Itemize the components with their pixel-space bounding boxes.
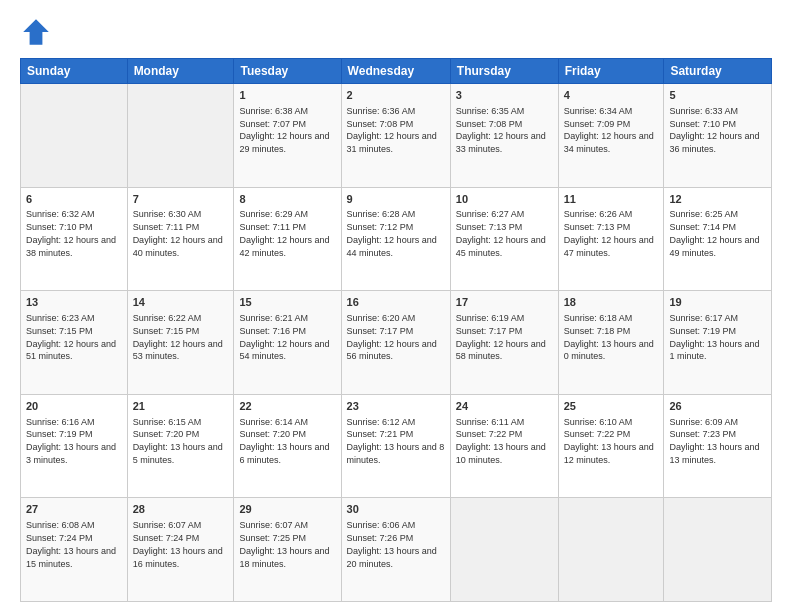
calendar-cell: 2Sunrise: 6:36 AM Sunset: 7:08 PM Daylig… [341, 84, 450, 188]
day-number: 1 [239, 88, 335, 103]
calendar-cell: 13Sunrise: 6:23 AM Sunset: 7:15 PM Dayli… [21, 291, 128, 395]
day-info: Sunrise: 6:18 AM Sunset: 7:18 PM Dayligh… [564, 313, 654, 361]
calendar-cell: 16Sunrise: 6:20 AM Sunset: 7:17 PM Dayli… [341, 291, 450, 395]
page: SundayMondayTuesdayWednesdayThursdayFrid… [0, 0, 792, 612]
day-number: 5 [669, 88, 766, 103]
calendar-cell [127, 84, 234, 188]
day-number: 6 [26, 192, 122, 207]
day-number: 12 [669, 192, 766, 207]
header [20, 16, 772, 48]
day-number: 18 [564, 295, 659, 310]
day-info: Sunrise: 6:32 AM Sunset: 7:10 PM Dayligh… [26, 209, 116, 257]
calendar-cell [450, 498, 558, 602]
day-info: Sunrise: 6:38 AM Sunset: 7:07 PM Dayligh… [239, 106, 329, 154]
calendar-cell: 27Sunrise: 6:08 AM Sunset: 7:24 PM Dayli… [21, 498, 128, 602]
weekday-header-monday: Monday [127, 59, 234, 84]
calendar-table: SundayMondayTuesdayWednesdayThursdayFrid… [20, 58, 772, 602]
weekday-header-friday: Friday [558, 59, 664, 84]
day-number: 14 [133, 295, 229, 310]
calendar-cell: 30Sunrise: 6:06 AM Sunset: 7:26 PM Dayli… [341, 498, 450, 602]
day-number: 8 [239, 192, 335, 207]
day-number: 10 [456, 192, 553, 207]
calendar-cell [21, 84, 128, 188]
weekday-header-tuesday: Tuesday [234, 59, 341, 84]
calendar-cell: 18Sunrise: 6:18 AM Sunset: 7:18 PM Dayli… [558, 291, 664, 395]
day-number: 28 [133, 502, 229, 517]
calendar-cell: 1Sunrise: 6:38 AM Sunset: 7:07 PM Daylig… [234, 84, 341, 188]
day-info: Sunrise: 6:19 AM Sunset: 7:17 PM Dayligh… [456, 313, 546, 361]
week-row-2: 13Sunrise: 6:23 AM Sunset: 7:15 PM Dayli… [21, 291, 772, 395]
calendar-cell [558, 498, 664, 602]
day-info: Sunrise: 6:29 AM Sunset: 7:11 PM Dayligh… [239, 209, 329, 257]
day-number: 4 [564, 88, 659, 103]
day-info: Sunrise: 6:22 AM Sunset: 7:15 PM Dayligh… [133, 313, 223, 361]
day-number: 21 [133, 399, 229, 414]
day-number: 20 [26, 399, 122, 414]
calendar-cell: 19Sunrise: 6:17 AM Sunset: 7:19 PM Dayli… [664, 291, 772, 395]
weekday-header-sunday: Sunday [21, 59, 128, 84]
week-row-4: 27Sunrise: 6:08 AM Sunset: 7:24 PM Dayli… [21, 498, 772, 602]
day-info: Sunrise: 6:08 AM Sunset: 7:24 PM Dayligh… [26, 520, 116, 568]
day-number: 27 [26, 502, 122, 517]
day-number: 25 [564, 399, 659, 414]
day-info: Sunrise: 6:30 AM Sunset: 7:11 PM Dayligh… [133, 209, 223, 257]
calendar-cell: 10Sunrise: 6:27 AM Sunset: 7:13 PM Dayli… [450, 187, 558, 291]
day-info: Sunrise: 6:21 AM Sunset: 7:16 PM Dayligh… [239, 313, 329, 361]
day-number: 13 [26, 295, 122, 310]
calendar-cell: 25Sunrise: 6:10 AM Sunset: 7:22 PM Dayli… [558, 394, 664, 498]
day-info: Sunrise: 6:16 AM Sunset: 7:19 PM Dayligh… [26, 417, 116, 465]
weekday-header-row: SundayMondayTuesdayWednesdayThursdayFrid… [21, 59, 772, 84]
calendar-cell: 22Sunrise: 6:14 AM Sunset: 7:20 PM Dayli… [234, 394, 341, 498]
calendar-cell: 7Sunrise: 6:30 AM Sunset: 7:11 PM Daylig… [127, 187, 234, 291]
day-number: 16 [347, 295, 445, 310]
svg-marker-0 [23, 19, 49, 45]
calendar-cell: 12Sunrise: 6:25 AM Sunset: 7:14 PM Dayli… [664, 187, 772, 291]
weekday-header-saturday: Saturday [664, 59, 772, 84]
calendar-cell [664, 498, 772, 602]
calendar-cell: 21Sunrise: 6:15 AM Sunset: 7:20 PM Dayli… [127, 394, 234, 498]
day-number: 22 [239, 399, 335, 414]
day-number: 9 [347, 192, 445, 207]
weekday-header-wednesday: Wednesday [341, 59, 450, 84]
day-number: 19 [669, 295, 766, 310]
day-info: Sunrise: 6:35 AM Sunset: 7:08 PM Dayligh… [456, 106, 546, 154]
calendar-cell: 8Sunrise: 6:29 AM Sunset: 7:11 PM Daylig… [234, 187, 341, 291]
day-info: Sunrise: 6:17 AM Sunset: 7:19 PM Dayligh… [669, 313, 759, 361]
calendar-cell: 11Sunrise: 6:26 AM Sunset: 7:13 PM Dayli… [558, 187, 664, 291]
calendar-cell: 28Sunrise: 6:07 AM Sunset: 7:24 PM Dayli… [127, 498, 234, 602]
day-info: Sunrise: 6:07 AM Sunset: 7:25 PM Dayligh… [239, 520, 329, 568]
day-info: Sunrise: 6:23 AM Sunset: 7:15 PM Dayligh… [26, 313, 116, 361]
day-number: 30 [347, 502, 445, 517]
calendar-cell: 24Sunrise: 6:11 AM Sunset: 7:22 PM Dayli… [450, 394, 558, 498]
day-number: 29 [239, 502, 335, 517]
day-number: 7 [133, 192, 229, 207]
calendar-cell: 9Sunrise: 6:28 AM Sunset: 7:12 PM Daylig… [341, 187, 450, 291]
calendar-cell: 4Sunrise: 6:34 AM Sunset: 7:09 PM Daylig… [558, 84, 664, 188]
logo [20, 16, 56, 48]
day-info: Sunrise: 6:14 AM Sunset: 7:20 PM Dayligh… [239, 417, 329, 465]
calendar-cell: 17Sunrise: 6:19 AM Sunset: 7:17 PM Dayli… [450, 291, 558, 395]
day-number: 24 [456, 399, 553, 414]
calendar-cell: 15Sunrise: 6:21 AM Sunset: 7:16 PM Dayli… [234, 291, 341, 395]
weekday-header-thursday: Thursday [450, 59, 558, 84]
day-info: Sunrise: 6:27 AM Sunset: 7:13 PM Dayligh… [456, 209, 546, 257]
day-info: Sunrise: 6:11 AM Sunset: 7:22 PM Dayligh… [456, 417, 546, 465]
calendar-cell: 23Sunrise: 6:12 AM Sunset: 7:21 PM Dayli… [341, 394, 450, 498]
day-number: 11 [564, 192, 659, 207]
day-info: Sunrise: 6:12 AM Sunset: 7:21 PM Dayligh… [347, 417, 445, 465]
week-row-3: 20Sunrise: 6:16 AM Sunset: 7:19 PM Dayli… [21, 394, 772, 498]
day-info: Sunrise: 6:36 AM Sunset: 7:08 PM Dayligh… [347, 106, 437, 154]
calendar-cell: 14Sunrise: 6:22 AM Sunset: 7:15 PM Dayli… [127, 291, 234, 395]
day-info: Sunrise: 6:06 AM Sunset: 7:26 PM Dayligh… [347, 520, 437, 568]
calendar-cell: 5Sunrise: 6:33 AM Sunset: 7:10 PM Daylig… [664, 84, 772, 188]
day-number: 2 [347, 88, 445, 103]
calendar-cell: 3Sunrise: 6:35 AM Sunset: 7:08 PM Daylig… [450, 84, 558, 188]
day-info: Sunrise: 6:10 AM Sunset: 7:22 PM Dayligh… [564, 417, 654, 465]
week-row-0: 1Sunrise: 6:38 AM Sunset: 7:07 PM Daylig… [21, 84, 772, 188]
day-number: 26 [669, 399, 766, 414]
day-number: 23 [347, 399, 445, 414]
day-info: Sunrise: 6:28 AM Sunset: 7:12 PM Dayligh… [347, 209, 437, 257]
day-number: 15 [239, 295, 335, 310]
logo-icon [20, 16, 52, 48]
day-info: Sunrise: 6:15 AM Sunset: 7:20 PM Dayligh… [133, 417, 223, 465]
